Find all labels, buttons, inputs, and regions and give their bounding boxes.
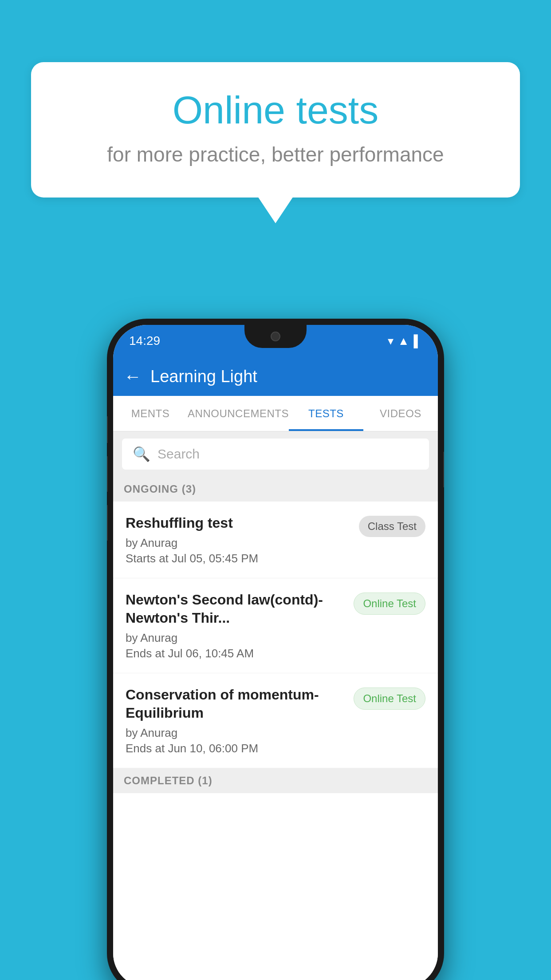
phone-frame: 14:29 ▾ ▲ ▌ ← Learning Light MENTS ANNOU… — [107, 319, 444, 980]
signal-icon: ▲ — [398, 334, 409, 348]
test-badge-reshuffling: Class Test — [359, 516, 425, 537]
camera-dot — [271, 332, 280, 341]
ongoing-section-header: ONGOING (3) — [113, 477, 438, 502]
app-bar-title: Learning Light — [150, 367, 257, 386]
power-button[interactable] — [443, 452, 444, 487]
battery-icon: ▌ — [414, 334, 422, 348]
speech-bubble-container: Online tests for more practice, better p… — [31, 62, 520, 223]
test-item-newton[interactable]: Newton's Second law(contd)-Newton's Thir… — [113, 578, 438, 673]
test-info-reshuffling: Reshuffling test by Anurag Starts at Jul… — [126, 514, 352, 565]
volume-up-button[interactable] — [107, 416, 108, 443]
test-info-newton: Newton's Second law(contd)-Newton's Thir… — [126, 591, 346, 660]
test-by-newton: by Anurag — [126, 631, 346, 645]
tab-tests[interactable]: TESTS — [289, 396, 363, 431]
back-button[interactable]: ← — [124, 367, 142, 387]
search-placeholder: Search — [157, 447, 200, 462]
test-badge-conservation: Online Test — [354, 688, 425, 710]
tab-ments[interactable]: MENTS — [113, 396, 188, 431]
speech-bubble-arrow — [258, 197, 293, 223]
speech-bubble: Online tests for more practice, better p… — [31, 62, 520, 198]
phone-screen: 14:29 ▾ ▲ ▌ ← Learning Light MENTS ANNOU… — [113, 325, 438, 980]
wifi-icon: ▾ — [388, 334, 394, 348]
notch — [244, 325, 307, 348]
volume-down-button[interactable] — [107, 456, 108, 492]
test-time-newton: Ends at Jul 06, 10:45 AM — [126, 647, 346, 660]
status-bar: 14:29 ▾ ▲ ▌ — [113, 325, 438, 357]
test-name-reshuffling: Reshuffling test — [126, 514, 352, 533]
search-container: 🔍 Search — [113, 431, 438, 477]
speech-bubble-subtitle: for more practice, better performance — [67, 142, 484, 166]
test-item-conservation[interactable]: Conservation of momentum-Equilibrium by … — [113, 673, 438, 768]
tab-announcements[interactable]: ANNOUNCEMENTS — [188, 396, 289, 431]
search-icon: 🔍 — [133, 446, 150, 462]
test-info-conservation: Conservation of momentum-Equilibrium by … — [126, 686, 346, 755]
test-by-reshuffling: by Anurag — [126, 536, 352, 550]
tab-videos[interactable]: VIDEOS — [363, 396, 438, 431]
test-name-conservation: Conservation of momentum-Equilibrium — [126, 686, 346, 723]
test-time-conservation: Ends at Jun 10, 06:00 PM — [126, 742, 346, 755]
test-badge-newton: Online Test — [354, 593, 425, 615]
tests-list: Reshuffling test by Anurag Starts at Jul… — [113, 502, 438, 980]
search-input[interactable]: 🔍 Search — [122, 439, 429, 470]
speech-bubble-title: Online tests — [67, 89, 484, 132]
tabs-bar: MENTS ANNOUNCEMENTS TESTS VIDEOS — [113, 396, 438, 431]
test-by-conservation: by Anurag — [126, 726, 346, 740]
status-icons: ▾ ▲ ▌ — [388, 334, 422, 348]
test-item-reshuffling[interactable]: Reshuffling test by Anurag Starts at Jul… — [113, 502, 438, 578]
app-bar: ← Learning Light — [113, 357, 438, 396]
test-name-newton: Newton's Second law(contd)-Newton's Thir… — [126, 591, 346, 628]
test-time-reshuffling: Starts at Jul 05, 05:45 PM — [126, 552, 352, 565]
status-time: 14:29 — [129, 334, 160, 348]
completed-section-header: COMPLETED (1) — [113, 768, 438, 793]
silent-button[interactable] — [107, 505, 108, 541]
